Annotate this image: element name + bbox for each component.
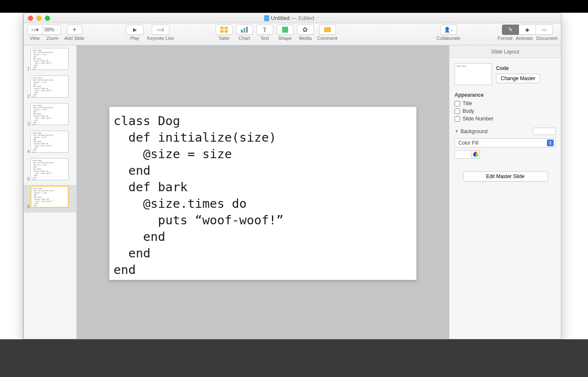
slide-thumbnail-2[interactable]: 2class Dog def initialize(size) @size = …: [24, 75, 76, 102]
format-label: Format: [498, 36, 513, 41]
thumbnail-preview: class Dog def initialize(size) @size = s…: [31, 158, 69, 180]
shape-label: Shape: [278, 36, 292, 41]
thumbnail-preview: class Dog def initialize(size) @size = s…: [31, 48, 69, 70]
person-add-icon: 👤₊: [444, 27, 453, 33]
view-button[interactable]: ▭▾: [27, 25, 42, 35]
document-label: Document: [536, 36, 557, 41]
master-thumbnail: Title Text: [455, 63, 492, 85]
body-checkbox[interactable]: [455, 109, 460, 114]
top-letterbox: [0, 0, 588, 13]
slide-number: 6: [25, 204, 30, 209]
slide-number: 2: [25, 94, 30, 99]
slide-navigator[interactable]: 1class Dog def initialize(size) @size = …: [24, 45, 77, 339]
zoom-window-button[interactable]: [45, 16, 50, 21]
add-slide-button[interactable]: +: [67, 25, 82, 35]
thumbnail-preview: class Dog def initialize(size) @size = s…: [31, 103, 69, 125]
table-button[interactable]: [216, 25, 233, 35]
document-tab[interactable]: ▭: [536, 25, 553, 35]
svg-rect-5: [244, 28, 245, 33]
color-picker-button[interactable]: [472, 150, 480, 159]
slide-number: 1: [25, 67, 30, 71]
title-checkbox[interactable]: [455, 101, 460, 106]
body-checkbox-label: Body: [463, 108, 474, 114]
shape-icon: [282, 27, 288, 33]
master-name: Code: [496, 65, 540, 71]
collaborate-button[interactable]: 👤₊: [440, 25, 457, 35]
media-icon: ✿: [302, 26, 308, 34]
background-swatch[interactable]: [533, 128, 556, 135]
collaborate-label: Collaborate: [436, 36, 460, 41]
view-label: View: [30, 36, 40, 41]
view-icon: ▭▾: [31, 27, 39, 33]
slide-thumbnail-5[interactable]: 5class Dog def initialize(size) @size = …: [24, 157, 76, 185]
zoom-button[interactable]: 38%﹀: [42, 25, 61, 35]
stepper-arrows-icon: ▲▼: [547, 140, 554, 146]
document-icon: [264, 15, 269, 21]
zoom-label: Zoom: [47, 36, 58, 41]
disclosure-triangle-icon[interactable]: ▼: [455, 129, 459, 134]
zoom-value: 38%: [44, 27, 54, 33]
inspector-panel: Slide Layout Title Text Code Change Mast…: [449, 45, 561, 339]
text-icon: T: [263, 26, 266, 34]
rectangle-icon: ▭: [542, 27, 546, 33]
color-wheel-icon: [473, 152, 478, 157]
play-button[interactable]: ▶: [126, 25, 144, 35]
slide-code-text[interactable]: class Dog def initialize(size) @size = s…: [114, 113, 412, 278]
close-window-button[interactable]: [28, 16, 33, 21]
slide-number-checkbox-label: Slide Number: [463, 116, 494, 122]
plus-icon: +: [72, 26, 76, 34]
inspector-header: Slide Layout: [449, 45, 561, 58]
text-button[interactable]: T: [256, 25, 273, 35]
animate-tab[interactable]: ◆: [519, 25, 536, 35]
svg-rect-1: [225, 27, 228, 29]
comment-button[interactable]: [319, 25, 336, 35]
paintbrush-icon: ✎: [508, 27, 513, 33]
window-title[interactable]: Untitled — Edited ﹀: [264, 15, 321, 21]
fill-color-well[interactable]: [455, 150, 472, 159]
slide-number-checkbox-row[interactable]: Slide Number: [455, 116, 556, 122]
titlebar: Untitled — Edited ﹀: [24, 13, 561, 23]
svg-rect-0: [220, 27, 224, 29]
table-label: Table: [219, 36, 230, 41]
keynote-live-label: Keynote Live: [147, 36, 174, 41]
keynote-window: Untitled — Edited ﹀ ▭▾ 38%﹀ View Zoom: [23, 13, 561, 339]
slide-thumbnail-1[interactable]: 1class Dog def initialize(size) @size = …: [24, 47, 76, 75]
minimize-window-button[interactable]: [36, 16, 42, 21]
body-checkbox-row[interactable]: Body: [455, 108, 556, 114]
fill-type-select[interactable]: Color Fill ▲▼: [455, 138, 556, 148]
slide-thumbnail-4[interactable]: 4class Dog def initialize(size) @size = …: [24, 130, 76, 157]
shape-button[interactable]: [277, 25, 294, 35]
keynote-live-button[interactable]: ▭⦀: [152, 25, 169, 35]
chart-button[interactable]: [236, 25, 253, 35]
title-checkbox-row[interactable]: Title: [455, 101, 556, 106]
animate-label: Animate: [516, 36, 533, 41]
play-label: Play: [130, 36, 139, 41]
text-label: Text: [261, 36, 269, 41]
appearance-heading: Appearance: [455, 92, 556, 98]
background-heading: Background: [460, 128, 488, 134]
thumbnail-preview: class Dog def initialize(size) @size = s…: [31, 131, 69, 153]
thumbnail-preview: class Dog def initialize(size) @size = s…: [31, 186, 69, 208]
slide-thumbnail-6[interactable]: 6class Dog def initialize(size) @size = …: [24, 185, 76, 212]
edit-master-slide-button[interactable]: Edit Master Slide: [463, 171, 548, 182]
svg-rect-2: [220, 30, 224, 33]
side-background: [0, 13, 23, 339]
comment-label: Comment: [317, 36, 338, 41]
chevron-down-icon: ﹀: [316, 15, 320, 21]
chart-icon: [241, 27, 248, 33]
slide-canvas[interactable]: class Dog def initialize(size) @size = s…: [77, 45, 449, 339]
slide-thumbnail-3[interactable]: 3class Dog def initialize(size) @size = …: [24, 102, 76, 130]
fill-type-value: Color Fill: [458, 140, 478, 146]
media-button[interactable]: ✿: [297, 25, 314, 35]
master-thumb-text: Title Text: [456, 65, 466, 67]
media-label: Media: [299, 36, 312, 41]
slide[interactable]: class Dog def initialize(size) @size = s…: [109, 107, 416, 280]
chart-label: Chart: [239, 36, 250, 41]
slide-number-checkbox[interactable]: [455, 116, 460, 122]
change-master-button[interactable]: Change Master: [496, 74, 540, 83]
content-area: 1class Dog def initialize(size) @size = …: [24, 45, 561, 339]
doc-status: Edited: [299, 15, 314, 21]
format-tab[interactable]: ✎: [502, 25, 519, 35]
comment-icon: [324, 27, 331, 32]
broadcast-icon: ▭⦀: [157, 27, 164, 33]
